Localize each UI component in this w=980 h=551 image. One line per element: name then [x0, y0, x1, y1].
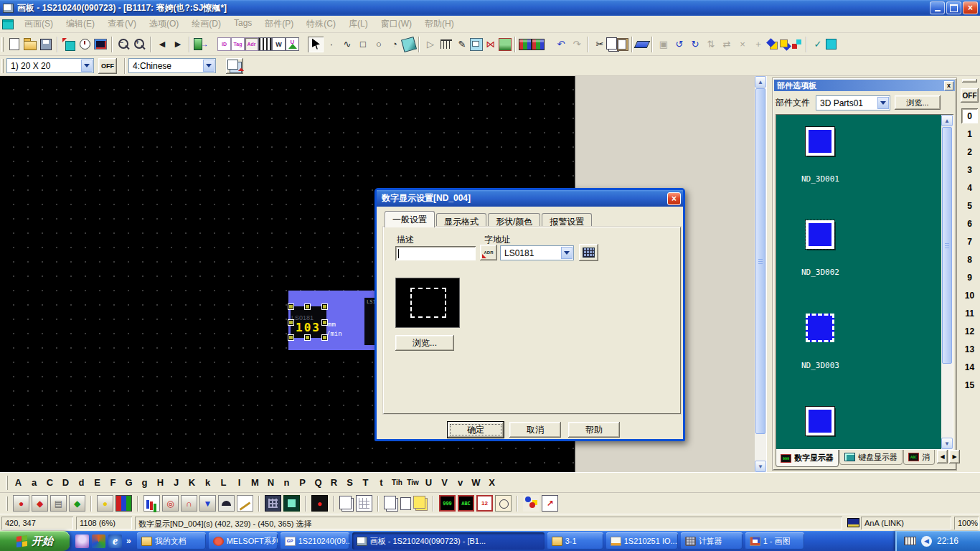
letter-button-v[interactable]: v: [453, 475, 468, 491]
scroll-up-icon[interactable]: ▲: [755, 76, 766, 88]
rotate-left-icon[interactable]: ↺: [672, 37, 687, 52]
pen-tool-icon[interactable]: ✎: [454, 37, 470, 52]
task-button-4[interactable]: 画板 - 1S210240(090723) - [B1...: [352, 532, 545, 550]
letter-button-D[interactable]: D: [58, 475, 73, 491]
document-copy-icon[interactable]: [339, 496, 352, 509]
rotate-right-icon[interactable]: ↻: [687, 37, 703, 52]
selection-handle[interactable]: [322, 320, 327, 325]
media-player-icon[interactable]: [92, 534, 105, 548]
numeric-display-part[interactable]: LS0181 103: [291, 306, 326, 338]
palette-browse-button[interactable]: 浏览...: [895, 95, 941, 110]
next-screen-icon[interactable]: ▶: [170, 37, 186, 52]
screen-size-select[interactable]: 1) 20 X 20: [6, 58, 94, 73]
open-file-icon[interactable]: [22, 37, 38, 52]
image-tool-icon[interactable]: [499, 38, 512, 51]
task-button-7[interactable]: 计算器: [681, 532, 743, 550]
ellipse-tool-icon[interactable]: ○: [371, 37, 387, 52]
palette-tab-scroll-left-icon[interactable]: ◀: [937, 450, 948, 463]
toolbar-grip[interactable]: [6, 496, 8, 511]
help-button[interactable]: 帮助: [568, 422, 620, 438]
state-column-handle[interactable]: [962, 79, 977, 83]
bring-to-front-icon[interactable]: [766, 38, 778, 50]
letter-button-V[interactable]: V: [437, 475, 452, 491]
previous-screen-icon[interactable]: ◀: [154, 37, 170, 52]
state-button-14[interactable]: 14: [961, 358, 979, 376]
image-list-icon[interactable]: U: [286, 37, 299, 51]
close-button[interactable]: ×: [963, 1, 978, 14]
state-button-3[interactable]: 3: [961, 161, 979, 179]
shape-browse-button[interactable]: 浏览...: [395, 335, 454, 351]
quick-launch-more-icon[interactable]: »: [126, 536, 131, 546]
close-screen-icon[interactable]: [193, 37, 209, 52]
letter-button-Q[interactable]: Q: [311, 475, 326, 491]
letter-button-S[interactable]: S: [342, 475, 357, 491]
palette-tab-message-display[interactable]: ABC消: [903, 450, 935, 465]
alarm-lamp-icon[interactable]: ●: [311, 495, 328, 512]
canvas-vertical-scrollbar[interactable]: ▲ ▼: [755, 76, 766, 472]
state-button-13[interactable]: 13: [961, 340, 979, 358]
menu-item-8[interactable]: 特殊(C): [300, 16, 342, 32]
bar-graph-icon[interactable]: [143, 495, 160, 512]
funnel-graph-icon[interactable]: ▼: [199, 495, 216, 512]
timer-icon[interactable]: [77, 37, 93, 52]
palette-item-ND_3D002[interactable]: ND_3D002: [776, 220, 938, 277]
selection-handle[interactable]: [305, 335, 310, 340]
letter-button-T[interactable]: T: [358, 475, 373, 491]
cut-icon[interactable]: ✂: [592, 37, 608, 52]
menu-item-1[interactable]: 画面(S): [18, 16, 60, 32]
ascii-display-part-icon[interactable]: ABC: [458, 495, 474, 512]
connector-tool-icon[interactable]: ⋈: [483, 37, 499, 52]
letter-button-a[interactable]: a: [27, 475, 42, 491]
letter-button-L[interactable]: L: [216, 475, 231, 491]
cancel-button[interactable]: 取消: [509, 422, 561, 438]
parts-list[interactable]: ND_3D001ND_3D002ND_3D003 ▲ ▼: [776, 114, 953, 450]
snap-grid-icon[interactable]: [791, 38, 803, 50]
letter-button-Tih[interactable]: Tih: [390, 475, 405, 491]
display-panel-icon[interactable]: [283, 495, 300, 512]
palette-item-ND_3D001[interactable]: ND_3D001: [776, 127, 938, 184]
input-method-icon[interactable]: [904, 537, 916, 545]
dialog-titlebar[interactable]: 数字显示设置[ND_004] ×: [377, 190, 683, 207]
trend-meter-icon[interactable]: ∩: [181, 495, 197, 512]
numeric-display-part-icon[interactable]: 999: [439, 495, 456, 512]
undo-icon[interactable]: ↶: [553, 37, 569, 52]
letter-button-t[interactable]: t: [374, 475, 389, 491]
dialog-close-icon[interactable]: ×: [667, 192, 681, 205]
chevron-down-icon[interactable]: [203, 60, 215, 72]
rectangle-tool-icon[interactable]: □: [355, 37, 371, 52]
letter-button-K[interactable]: K: [184, 475, 199, 491]
clock-display-part-icon[interactable]: [495, 495, 512, 512]
select-tool-icon[interactable]: [308, 37, 324, 52]
screen-overlay-icon[interactable]: [226, 58, 243, 74]
pie-graph-icon[interactable]: ◎: [162, 495, 179, 512]
ok-button[interactable]: 确定: [448, 422, 504, 438]
letter-button-Tiw[interactable]: Tiw: [405, 475, 420, 491]
state-button-12[interactable]: 12: [961, 322, 979, 340]
paste-icon[interactable]: [617, 38, 628, 51]
screen-preview-icon[interactable]: [93, 37, 108, 52]
letter-button-W[interactable]: W: [468, 475, 484, 491]
menu-item-10[interactable]: 窗口(W): [374, 16, 418, 32]
scroll-up-icon[interactable]: ▲: [941, 115, 953, 126]
dialog-tab-形状/颜色[interactable]: 形状/颜色: [488, 213, 540, 227]
palette-item-ND_3D003[interactable]: ND_3D003: [776, 314, 938, 370]
menu-item-11[interactable]: 帮助(H): [418, 16, 461, 32]
polygon-tool-icon[interactable]: ▷: [423, 37, 438, 52]
part-thumbnail[interactable]: [806, 127, 834, 156]
menu-item-4[interactable]: 选项(O): [143, 16, 185, 32]
zoom-in-icon[interactable]: +: [131, 37, 147, 52]
palette-tab-numeric-display[interactable]: 999数字显示器: [776, 450, 839, 467]
selection-handle[interactable]: [322, 304, 327, 309]
state-button-8[interactable]: 8: [961, 250, 979, 268]
letter-button-J[interactable]: J: [169, 475, 184, 491]
doc-convert-icon[interactable]: [384, 496, 396, 509]
id-list-icon[interactable]: ID: [217, 37, 231, 51]
letter-button-G[interactable]: G: [121, 475, 136, 491]
partially-hidden-part[interactable]: LS1: [364, 298, 374, 345]
letter-button-P[interactable]: P: [295, 475, 310, 491]
parts-list-scrollbar[interactable]: ▲ ▼: [941, 115, 953, 449]
description-input[interactable]: [395, 246, 476, 260]
part-thumbnail[interactable]: [806, 314, 834, 342]
state-button-0[interactable]: 0: [961, 108, 978, 123]
dialog-tab-显示格式[interactable]: 显示格式: [436, 213, 486, 227]
